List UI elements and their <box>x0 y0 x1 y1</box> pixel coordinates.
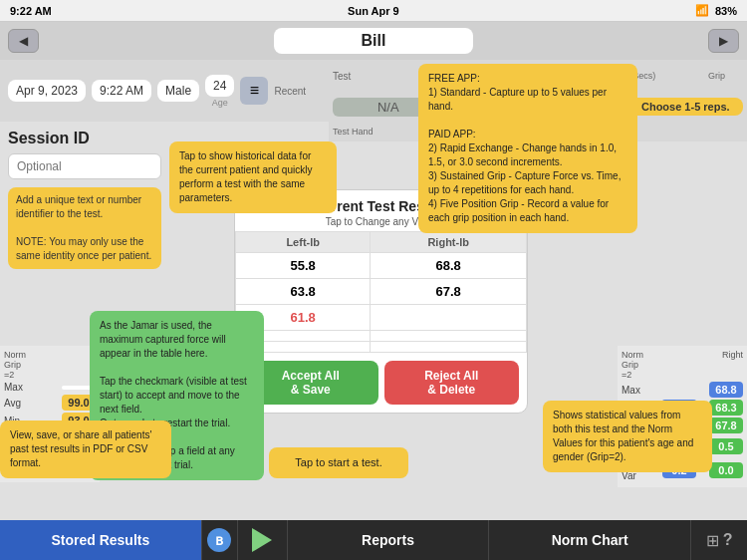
session-id-title: Session ID <box>8 130 161 147</box>
left-stats-header: NormGrip=2 <box>4 350 96 380</box>
results-table: Left-lb Right-lb 55.8 68.8 63.8 67.8 61.… <box>235 231 527 353</box>
gender-pill: Male <box>157 80 199 102</box>
grid-icon[interactable]: ⊞ <box>706 531 719 550</box>
row1-left[interactable]: 55.8 <box>236 253 371 279</box>
age-area: 24 Age <box>205 75 234 108</box>
recent-icon[interactable]: ≡ <box>240 77 268 105</box>
stats-row-max: Max <box>4 382 96 393</box>
row3-right[interactable] <box>371 305 527 331</box>
table-row[interactable]: 61.8 <box>236 305 527 331</box>
time-pill: 9:22 AM <box>92 80 151 102</box>
col-left-header: Left-lb <box>236 232 371 253</box>
question-icon[interactable]: ? <box>723 531 733 549</box>
recent-label: Recent <box>274 86 306 97</box>
play-icon <box>252 528 272 552</box>
back-button[interactable]: ◀ <box>8 29 39 53</box>
col-right-header: Right-lb <box>371 232 527 253</box>
status-bar: 9:22 AM Sun Apr 9 📶 83% <box>0 0 747 22</box>
bottom-right-icons: ⊞ ? <box>691 520 747 560</box>
stored-results-tab[interactable]: Stored Results <box>0 520 202 560</box>
row5-right[interactable] <box>371 342 527 353</box>
reject-all-button[interactable]: Reject All& Delete <box>384 361 520 405</box>
session-id-input[interactable] <box>8 153 161 179</box>
forward-button[interactable]: ▶ <box>708 29 739 53</box>
play-button[interactable] <box>238 520 288 560</box>
choose-reps-button[interactable]: Choose 1-5 reps. <box>628 98 743 116</box>
main-area: ◀ Bill ▶ Test Standard Time (Secs) Grip … <box>0 22 747 520</box>
app-info-tooltip: FREE APP:1) Standard - Capture up to 5 v… <box>418 64 637 233</box>
status-day: Sun Apr 9 <box>348 5 399 17</box>
norm-info-tooltip: Shows statistical values from both this … <box>543 401 712 472</box>
date-pill: Apr 9, 2023 <box>8 80 86 102</box>
table-row[interactable]: 55.8 68.8 <box>236 253 527 279</box>
session-id-area: Session ID Add a unique text or number i… <box>0 122 169 277</box>
top-bar: ◀ Bill ▶ <box>0 22 747 60</box>
grip-label: Grip <box>690 71 743 81</box>
right-stats-row-max: Max 68.8 <box>622 382 743 398</box>
row2-left[interactable]: 63.8 <box>236 279 371 305</box>
historical-tooltip: Tap to show historical data for the curr… <box>169 141 337 213</box>
row4-right[interactable] <box>371 331 527 342</box>
wifi-icon: 📶 <box>695 4 709 17</box>
row1-right[interactable]: 68.8 <box>371 253 527 279</box>
table-row[interactable] <box>236 331 527 342</box>
stored-results-tooltip: View, save, or share all patients' past … <box>0 420 171 478</box>
table-row[interactable]: 63.8 67.8 <box>236 279 527 305</box>
patient-info-row: Apr 9, 2023 9:22 AM Male 24 Age ≡ Recent <box>0 60 329 122</box>
status-time: 9:22 AM <box>10 5 52 17</box>
session-id-info: Add a unique text or number identifier t… <box>8 187 161 269</box>
bluetooth-button[interactable]: ʙ <box>202 520 238 560</box>
table-row[interactable] <box>236 342 527 353</box>
right-stats-header: NormGrip=2 Right <box>622 350 743 380</box>
bluetooth-icon: ʙ <box>207 528 231 552</box>
row2-right[interactable]: 67.8 <box>371 279 527 305</box>
battery-percent: 83% <box>715 5 737 17</box>
bottom-bar: Stored Results ʙ Reports Norm Chart ⊞ ? <box>0 520 747 560</box>
reports-tab[interactable]: Reports <box>288 520 490 560</box>
start-test-tooltip: Tap to start a test. <box>269 447 408 478</box>
norm-chart-tab[interactable]: Norm Chart <box>489 520 691 560</box>
stats-row-avg: Avg 99.0 <box>4 395 96 411</box>
patient-name: Bill <box>274 28 473 54</box>
